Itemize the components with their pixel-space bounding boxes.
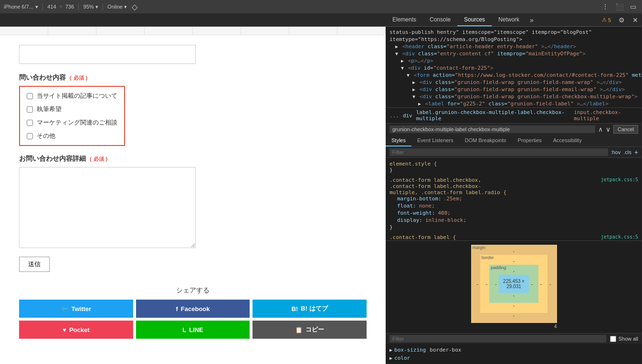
main-area: 問い合わせ内容 (必須) 当サイト掲載の記事について 執筆希望 [0,27,642,364]
cls-button[interactable]: .cls [623,149,631,155]
close-devtools-button[interactable]: ✕ [629,16,642,24]
box-margin: margin - - border - - padding [471,245,557,323]
network-selector[interactable]: Online ▾ [107,4,127,10]
line-share-button[interactable]: L LINE [136,321,250,339]
name-input-field[interactable] [19,45,196,64]
tab-console[interactable]: Console [423,13,457,26]
box-border: border - - padding - - [480,255,547,313]
facebook-share-button[interactable]: f Facebook [136,300,250,318]
checkbox-writing[interactable] [27,106,33,113]
breadcrumb-div[interactable]: div [403,113,412,119]
scroll-tab-2 [48,27,96,35]
tree-line-1[interactable]: status-publish hentry" itemscope="itemsc… [389,29,638,36]
viewport-height: 736 [65,4,74,10]
element-picker-button[interactable]: ⬛ [613,2,625,11]
responsive-button[interactable]: ▭ [628,2,638,11]
bottom-filter-input[interactable] [389,335,606,343]
tab-sources[interactable]: Sources [457,13,492,26]
viewport-width: 414 [47,4,56,10]
capture-icon: ◇ [130,2,139,11]
bottom-filter-bar: Show all [386,333,642,344]
tree-line-checkbox-wrap[interactable]: ▼ <div class="grunion-field-wrap grunion… [389,93,638,100]
checkbox-marketing[interactable] [27,120,33,126]
tab-dom-breakpoints[interactable]: DOM Breakpoints [459,135,512,146]
pocket-share-button[interactable]: ♥ Pocket [19,321,133,339]
prop-font-weight-1: font-weight: [389,210,435,216]
submit-button[interactable]: 送信 [19,257,50,272]
selector-filter-bar: ∧ ∨ Cancel [386,123,642,135]
hatena-share-button[interactable]: B! B! はてブ [253,300,367,318]
tab-elements[interactable]: Elements [386,13,423,26]
tree-line-p[interactable]: ▶ <p>…</p> [389,57,638,64]
scroll-tab-7 [289,27,337,35]
tab-event-listeners[interactable]: Event Listeners [411,135,459,146]
box-model-area: margin - - border - - padding [386,240,642,333]
content-number: 4 [471,323,557,329]
tab-more[interactable]: » [526,16,537,24]
required-text-inquiry: 必須 [74,75,84,81]
device-selector[interactable]: iPhone 6/7... ▾ [4,4,38,10]
tab-properties[interactable]: Properties [512,135,547,146]
breadcrumb-dots: ... [389,113,399,119]
breadcrumb-label[interactable]: label.grunion-checkbox-multiple-label.ch… [416,109,570,122]
twitter-share-button[interactable]: 🐦 Twitter [19,300,133,318]
tree-line-email-wrap[interactable]: ▶ <div class="grunion-field-wrap grunion… [389,86,638,93]
settings-button[interactable]: ⚙ [615,16,629,24]
tab-styles[interactable]: Styles [386,135,411,146]
hatena-icon: B! [292,305,298,312]
html-tree: status-publish hentry" itemscope="itemsc… [386,27,642,107]
share-row-2: ♥ Pocket L LINE 📋 コピー [19,321,367,339]
scroll-tab-5 [193,27,241,35]
tree-line-header[interactable]: ▶ <header class="article-header entry-he… [389,43,638,50]
facebook-icon: f [176,305,178,312]
nav-up-button[interactable]: ∧ [598,125,603,133]
line-icon: L [182,326,186,333]
cancel-button[interactable]: Cancel [613,125,638,134]
copy-button[interactable]: 📋 コピー [253,321,367,339]
checkbox-other[interactable] [27,133,33,139]
margin-right-value: - [547,281,553,287]
scroll-tab-3 [96,27,145,35]
styles-filter-input[interactable] [389,148,608,156]
tab-network[interactable]: Network [492,13,526,26]
device-toolbar: iPhone 6/7... ▾ │ 414 × 736 │ 95% ▾ │ On… [0,0,642,13]
selector-input[interactable] [389,125,595,133]
tree-line-2[interactable]: itemtype="https://schema.org/BlogPosting… [389,36,638,43]
tree-line-name-wrap[interactable]: ▶ <div class="grunion-field-wrap grunion… [389,79,638,86]
detail-section: お問い合わせ内容詳細 (必須) [19,155,367,248]
padding-bottom-value: - [493,293,535,298]
tree-line-contact-div[interactable]: ▼ <div id="contact-form-225"> [389,64,638,72]
copy-icon: 📋 [295,326,303,333]
style-source-1[interactable]: jetpack.css:5 [601,177,638,182]
expand-color[interactable]: ▶ color [389,354,638,362]
margin-left-value: - [475,281,480,287]
devtools-panel: status-publish hentry" itemscope="itemsc… [386,27,642,364]
styles-content: element.style { } jetpack.css:5 .contact… [386,158,642,240]
more-options-button[interactable]: ⋮ [600,2,610,11]
checkbox-article[interactable] [27,93,33,99]
share-section: シェアする 🐦 Twitter f Facebook B! B! はてブ [19,286,367,339]
rule-selector-element: element.style { [389,161,437,167]
page-content: 問い合わせ内容 (必須) 当サイト掲載の記事について 執筆希望 [0,35,386,364]
warning-badge: ⚠ 5 [598,17,615,23]
style-source-2[interactable]: jetpack.css:5 [601,234,638,239]
add-style-button[interactable]: + [634,148,638,156]
tree-line-div-entry[interactable]: ▼ <div class="entry-content cf" itemprop… [389,50,638,57]
scroll-tab-bar [0,27,386,35]
detail-label: お問い合わせ内容詳細 (必須) [19,155,367,163]
tree-line-form[interactable]: ▼ <form action="https://www.log-stocker.… [389,72,638,79]
show-all-checkbox[interactable] [610,336,616,342]
tab-accessibility[interactable]: Accessibility [547,135,588,146]
expand-box-sizing[interactable]: ▶ box-sizing border-box [389,346,638,354]
tree-line-label-g225[interactable]: ▶ <label for="g225-2" class="grunion-fie… [389,100,638,107]
nav-down-button[interactable]: ∨ [606,125,610,133]
panel-tabs: Styles Event Listeners DOM Breakpoints P… [386,135,642,147]
breadcrumb-input[interactable]: input.checkbox-multiple [574,109,638,122]
scroll-tab-6 [241,27,289,35]
checkbox-item-1: 当サイト掲載の記事について [27,92,117,100]
detail-textarea[interactable] [19,167,196,248]
pseudo-state-button[interactable]: :hov [611,149,621,155]
rule-selector-checkbox: .contact-form label.checkbox, [389,177,481,183]
prop-margin-bottom-1: margin-bottom: [389,196,442,202]
zoom-selector[interactable]: 95% ▾ [84,4,98,10]
